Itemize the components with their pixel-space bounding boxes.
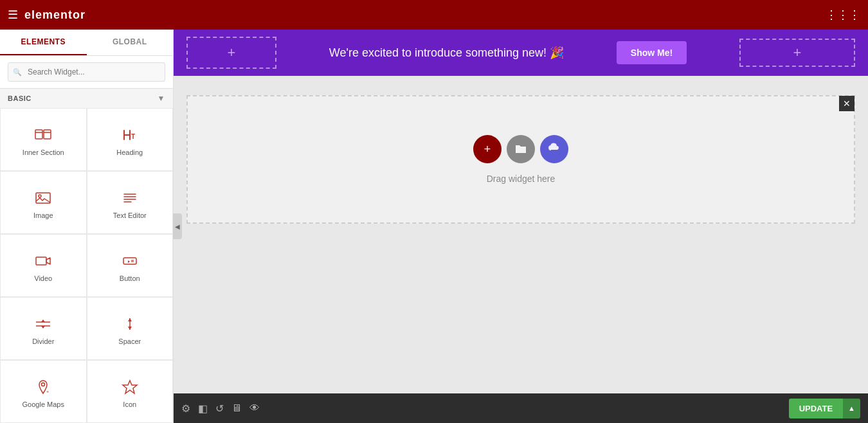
chevron-down-icon[interactable]: ▼ (158, 94, 165, 103)
svg-marker-24 (123, 381, 137, 393)
update-button-group: UPDATE ▲ (789, 399, 860, 419)
hamburger-icon[interactable]: ☰ (8, 8, 18, 22)
search-input[interactable] (8, 62, 165, 82)
canvas-section: ✕ + (186, 95, 855, 224)
widget-heading-label: Heading (116, 148, 143, 156)
image-icon (34, 188, 52, 208)
canvas-content: + (473, 135, 568, 184)
tab-elements[interactable]: ELEMENTS (0, 30, 87, 55)
widget-button[interactable]: Button (87, 234, 174, 297)
add-right-section-icon: + (793, 44, 802, 61)
widget-icon-label: Icon (123, 401, 136, 408)
icon-widget-icon (121, 377, 139, 397)
widget-google-maps-label: Google Maps (23, 401, 64, 408)
widget-video[interactable]: Video (0, 234, 87, 297)
cloud-icon (547, 141, 561, 158)
sidebar: ELEMENTS GLOBAL BASIC ▼ (0, 30, 174, 423)
canvas-area: + We're excited to introduce something n… (174, 30, 868, 423)
search-wrapper (8, 62, 165, 82)
plus-icon: + (484, 143, 491, 156)
collapse-sidebar-button[interactable]: ◀ (173, 213, 182, 239)
text-editor-icon (121, 188, 139, 208)
widget-text-editor[interactable]: Text Editor (87, 171, 174, 234)
layers-icon[interactable]: ◧ (198, 402, 208, 415)
svg-text:T: T (131, 133, 135, 140)
main-layout: ELEMENTS GLOBAL BASIC ▼ (0, 30, 868, 423)
heading-icon: T (121, 125, 139, 145)
bottom-toolbar: ⚙ ◧ ↺ 🖥 👁 UPDATE ▲ (174, 393, 868, 423)
svg-marker-20 (128, 318, 132, 321)
show-me-button[interactable]: Show Me! (617, 41, 687, 64)
button-icon (121, 251, 139, 271)
grid-icon[interactable]: ⋮⋮⋮ (826, 8, 860, 22)
app-title: elementor (24, 8, 86, 22)
responsive-icon[interactable]: 🖥 (231, 402, 242, 414)
basic-section-label: BASIC (8, 94, 32, 102)
widget-google-maps[interactable]: + Google Maps (0, 360, 87, 423)
widget-spacer[interactable]: Spacer (87, 297, 174, 360)
drag-hint: Drag widget here (487, 174, 556, 184)
google-maps-icon: + (34, 377, 52, 397)
widget-image-label: Image (33, 212, 53, 219)
widget-divider[interactable]: Divider (0, 297, 87, 360)
header: ☰ elementor ⋮⋮⋮ (0, 0, 868, 30)
svg-marker-18 (41, 326, 45, 328)
spacer-icon (121, 314, 139, 334)
update-button[interactable]: UPDATE (789, 399, 843, 419)
announcement-right-section[interactable]: + (739, 39, 855, 67)
widget-inner-section[interactable]: Inner Section (0, 108, 87, 171)
bottom-left-icons: ⚙ ◧ ↺ 🖥 👁 (181, 402, 260, 415)
close-section-button[interactable]: ✕ (839, 96, 854, 111)
svg-rect-0 (35, 130, 42, 139)
widget-video-label: Video (34, 274, 52, 282)
update-arrow-button[interactable]: ▲ (843, 399, 860, 419)
sidebar-tabs: ELEMENTS GLOBAL (0, 30, 173, 56)
action-buttons: + (473, 135, 568, 163)
widget-text-editor-label: Text Editor (113, 212, 147, 219)
announcement-message: We're excited to introduce something new… (329, 46, 564, 60)
svg-rect-11 (36, 257, 46, 265)
history-icon[interactable]: ↺ (215, 402, 224, 415)
canvas-body: ✕ + (174, 76, 868, 393)
svg-point-6 (39, 195, 41, 197)
folder-icon (514, 141, 527, 158)
announcement-left-section[interactable]: + (186, 37, 276, 69)
widget-button-label: Button (120, 274, 140, 282)
search-container (0, 56, 173, 89)
header-left: ☰ elementor (8, 8, 86, 22)
svg-rect-12 (123, 258, 136, 264)
basic-section-header: BASIC ▼ (0, 89, 173, 108)
svg-rect-1 (44, 130, 51, 139)
announcement-bar: + We're excited to introduce something n… (174, 30, 868, 76)
video-icon (34, 251, 52, 271)
add-left-section-icon: + (228, 44, 236, 61)
settings-icon[interactable]: ⚙ (181, 402, 190, 415)
svg-marker-16 (41, 320, 45, 322)
cloud-button[interactable] (540, 135, 568, 163)
svg-text:+: + (46, 390, 49, 394)
svg-marker-21 (128, 327, 132, 330)
add-widget-button[interactable]: + (473, 135, 502, 163)
widget-inner-section-label: Inner Section (23, 148, 64, 156)
divider-icon (34, 314, 52, 334)
tab-global[interactable]: GLOBAL (87, 30, 174, 55)
widget-image[interactable]: Image (0, 171, 87, 234)
widget-heading[interactable]: T Heading (87, 108, 174, 171)
inner-section-icon (34, 125, 52, 145)
widget-icon[interactable]: Icon (87, 360, 174, 423)
widget-divider-label: Divider (32, 338, 54, 345)
folder-button[interactable] (507, 135, 535, 163)
svg-point-22 (42, 383, 45, 386)
preview-icon[interactable]: 👁 (249, 402, 260, 414)
widgets-grid: Inner Section T Heading (0, 108, 173, 423)
widget-spacer-label: Spacer (118, 338, 141, 345)
